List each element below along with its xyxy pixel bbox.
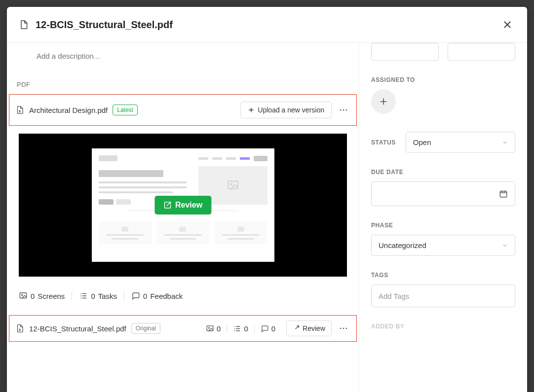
status-select[interactable]: Open: [406, 132, 515, 153]
due-date-input[interactable]: [371, 181, 515, 206]
status-label: STATUS: [371, 139, 396, 146]
svg-point-8: [208, 327, 209, 328]
page-title: 12-BCIS_Structural_Steel.pdf: [36, 19, 499, 31]
tags-input[interactable]: Add Tags: [371, 285, 515, 307]
svg-rect-12: [500, 191, 507, 197]
phase-select[interactable]: Uncategorized: [371, 235, 515, 256]
due-date-label: DUE DATE: [371, 169, 515, 176]
sidebar-action-1[interactable]: [371, 43, 439, 61]
stat-tasks[interactable]: 0: [227, 324, 254, 333]
stat-feedback[interactable]: 0: [254, 324, 281, 333]
sidebar-action-2[interactable]: [448, 43, 515, 61]
main-panel: PDF Architectural Design.pdf Latest Uplo…: [7, 43, 359, 392]
section-label-pdf: PDF: [17, 81, 359, 88]
more-actions-button[interactable]: [337, 321, 350, 335]
close-button[interactable]: [499, 17, 515, 33]
details-sidebar: ASSIGNED TO STATUS Open DUE DATE PHASE U…: [359, 43, 527, 392]
svg-point-11: [346, 328, 347, 329]
pdf-icon: [15, 106, 24, 114]
tags-label: TAGS: [371, 272, 515, 279]
file-version-row-latest: Architectural Design.pdf Latest Upload a…: [9, 94, 357, 126]
sidebar-top-actions: [371, 43, 515, 61]
assigned-to-label: ASSIGNED TO: [371, 76, 515, 83]
svg-point-6: [22, 294, 23, 295]
svg-point-0: [340, 109, 342, 111]
upload-version-label: Upload a new version: [258, 106, 324, 114]
file-preview: Review: [19, 134, 347, 277]
more-actions-button[interactable]: [337, 103, 350, 117]
review-button[interactable]: Review: [154, 196, 211, 214]
badge-latest: Latest: [113, 105, 138, 115]
stat-tasks[interactable]: 0 Tasks: [72, 291, 124, 300]
upload-version-button[interactable]: Upload a new version: [240, 102, 332, 118]
add-assignee-button[interactable]: [371, 89, 396, 114]
file-name[interactable]: 12-BCIS_Structural_Steel.pdf: [29, 324, 126, 333]
stat-screens[interactable]: 0 Screens: [19, 291, 72, 300]
file-stats-row: 0 Screens 0 Tasks 0 Feedback: [19, 291, 347, 300]
file-detail-modal: 12-BCIS_Structural_Steel.pdf PDF: [7, 7, 527, 392]
phase-label: PHASE: [371, 222, 515, 229]
stat-screens[interactable]: 0: [200, 324, 227, 333]
calendar-icon: [499, 189, 508, 198]
file-icon: [19, 20, 29, 30]
badge-original: Original: [131, 323, 160, 334]
stat-feedback[interactable]: 0 Feedback: [124, 291, 190, 300]
modal-header: 12-BCIS_Structural_Steel.pdf: [7, 7, 527, 43]
description-input[interactable]: [7, 43, 359, 65]
review-button-small[interactable]: Review: [286, 321, 332, 336]
svg-point-1: [343, 109, 344, 111]
file-name[interactable]: Architectural Design.pdf: [29, 106, 108, 114]
file-version-row-original: 12-BCIS_Structural_Steel.pdf Original 0 …: [9, 315, 357, 342]
svg-point-4: [230, 183, 232, 185]
svg-point-2: [346, 109, 347, 111]
pdf-icon: [15, 324, 24, 333]
added-by-label: ADDED BY: [371, 323, 515, 330]
review-label: Review: [175, 201, 202, 210]
svg-point-9: [340, 328, 342, 329]
svg-point-10: [343, 328, 344, 329]
